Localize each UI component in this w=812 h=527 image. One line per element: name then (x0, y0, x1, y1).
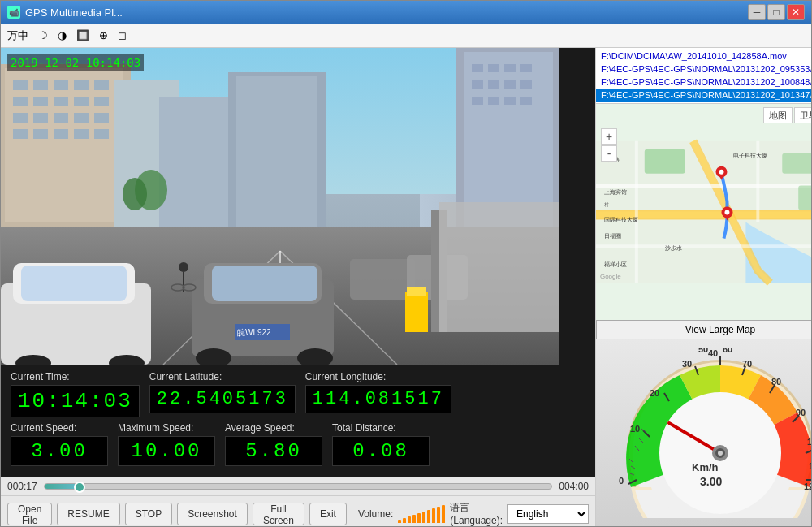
window-title: GPS Multimedia Pl... (25, 6, 748, 19)
svg-text:3.00: 3.00 (700, 475, 722, 488)
svg-rect-36 (520, 80, 532, 89)
toolbar-btn-6[interactable]: ◻ (114, 27, 130, 45)
max-speed-label: Maximum Speed: (118, 422, 215, 434)
svg-rect-78 (798, 186, 811, 210)
progress-track[interactable] (44, 483, 553, 490)
svg-rect-37 (472, 97, 483, 105)
svg-rect-35 (504, 80, 516, 89)
svg-rect-18 (13, 129, 28, 139)
svg-rect-34 (488, 80, 499, 89)
current-lat-item: Current Latitude: 22.5405173 (149, 371, 296, 417)
svg-text:Km/h: Km/h (692, 461, 719, 473)
vol-bar-7 (427, 510, 430, 523)
total-dist-item: Total Distance: 0.08 (332, 422, 430, 466)
svg-rect-17 (94, 113, 109, 123)
vol-bar-2 (403, 518, 406, 523)
svg-rect-21 (74, 129, 89, 139)
svg-rect-77 (782, 153, 811, 174)
current-speed-display: 3.00 (11, 436, 108, 466)
vol-bar-1 (398, 520, 401, 523)
svg-point-81 (719, 170, 724, 175)
current-time-label: Current Time: (11, 371, 140, 382)
svg-rect-39 (504, 97, 516, 105)
toolbar-btn-3[interactable]: ◑ (54, 27, 70, 45)
current-lon-item: Current Longitude: 114.081517 (305, 371, 451, 417)
zoom-out-button[interactable]: - (601, 145, 617, 162)
timeline-area: 000:17 004:00 (1, 477, 595, 495)
speedometer-area: 0 10 20 30 40 50 60 (596, 339, 811, 526)
svg-text:国际科技大厦: 国际科技大厦 (604, 217, 638, 223)
vol-bar-4 (412, 515, 416, 523)
svg-text:皖WL922: 皖WL922 (237, 328, 271, 337)
scene-svg: 皖WL922 (1, 48, 559, 365)
avg-speed-display: 5.80 (225, 436, 322, 466)
maximize-button[interactable]: □ (767, 4, 785, 20)
file-list: F:\DCIM\DCIMA\AW_20141010_142858A.mov F:… (596, 48, 811, 104)
main-window: 📹 GPS Multimedia Pl... ─ □ ✕ 万中 ☽ ◑ 🔲 ⊕ … (0, 0, 812, 527)
toolbar-btn-4[interactable]: 🔲 (73, 27, 93, 45)
total-dist-label: Total Distance: (332, 422, 430, 434)
map-type-bar: 地图 卫星图像 (763, 107, 811, 123)
svg-text:90: 90 (796, 408, 806, 417)
vol-bar-5 (417, 513, 421, 523)
svg-text:上海宾馆: 上海宾馆 (604, 189, 627, 196)
file-item-2[interactable]: F:\4EC-GPS\4EC-GPS\NORMAL\20131202_09535… (596, 63, 811, 76)
map-svg: 兴兴路 电子科技大厦 上海宾馆 国际科技大厦 日福圈 沙步水 福祥小区 村 Go… (596, 104, 811, 320)
screenshot-button[interactable]: Screenshot (177, 503, 248, 525)
main-content: 皖WL922 (1, 48, 811, 526)
file-item-4[interactable]: F:\4EC-GPS\4EC-GPS\NORMAL\20131202_10134… (596, 89, 811, 102)
total-dist-display: 0.08 (332, 436, 430, 466)
svg-rect-7 (94, 80, 109, 90)
map-area: 地图 卫星图像 + - (596, 104, 811, 320)
current-time-display: 10:14:03 (11, 385, 140, 417)
svg-rect-5 (54, 80, 68, 90)
full-screen-button[interactable]: Full Screen (253, 503, 304, 525)
svg-rect-11 (74, 97, 89, 106)
toolbar-btn-2[interactable]: ☽ (35, 27, 51, 45)
svg-text:Google: Google (600, 273, 621, 280)
toolbar-btn-5[interactable]: ⊕ (96, 27, 111, 45)
map-type-map[interactable]: 地图 (763, 107, 793, 123)
window-icon: 📹 (7, 6, 20, 19)
svg-rect-62 (407, 287, 426, 296)
view-large-map-button[interactable]: View Large Map (596, 320, 811, 339)
svg-text:0: 0 (619, 476, 624, 486)
progress-thumb[interactable] (74, 482, 85, 493)
svg-text:福祥小区: 福祥小区 (604, 261, 627, 267)
minimize-button[interactable]: ─ (748, 4, 766, 20)
vol-bar-9 (437, 507, 440, 523)
resume-button[interactable]: RESUME (57, 503, 119, 525)
svg-rect-4 (33, 80, 48, 90)
svg-rect-3 (13, 80, 28, 90)
video-area: 皖WL922 (1, 48, 559, 365)
svg-point-84 (724, 210, 729, 215)
current-time-item: Current Time: 10:14:03 (11, 371, 140, 417)
svg-text:电子科技大厦: 电子科技大厦 (733, 153, 767, 159)
toolbar-btn-1[interactable]: 万中 (4, 27, 32, 45)
language-select[interactable]: English 中文 日本語 (508, 504, 589, 524)
stop-button[interactable]: STOP (125, 503, 172, 525)
close-button[interactable]: ✕ (787, 4, 805, 20)
timeline-start: 000:17 (7, 481, 37, 492)
zoom-in-button[interactable]: + (601, 128, 617, 145)
file-item-1[interactable]: F:\DCIM\DCIMA\AW_20141010_142858A.mov (596, 50, 811, 63)
exit-button[interactable]: Exit (309, 503, 347, 525)
svg-rect-30 (488, 64, 499, 72)
avg-speed-item: Average Speed: 5.80 (225, 422, 322, 466)
vol-bar-6 (422, 512, 425, 523)
window-controls: ─ □ ✕ (748, 4, 805, 20)
svg-text:30: 30 (682, 359, 692, 369)
open-file-button[interactable]: Open File (7, 503, 52, 525)
svg-rect-20 (54, 129, 68, 139)
svg-text:20: 20 (650, 388, 659, 398)
svg-rect-22 (94, 129, 109, 139)
svg-text:日福圈: 日福圈 (604, 233, 621, 239)
vol-bar-8 (432, 508, 435, 523)
map-type-satellite[interactable]: 卫星图像 (794, 107, 811, 123)
file-item-3[interactable]: F:\4EC-GPS\4EC-GPS\NORMAL\20131202_10084… (596, 76, 811, 89)
right-panel: F:\DCIM\DCIMA\AW_20141010_142858A.mov F:… (595, 48, 811, 526)
avg-speed-label: Average Speed: (225, 422, 322, 434)
svg-rect-9 (33, 97, 48, 106)
svg-point-130 (718, 451, 723, 456)
max-speed-item: Maximum Speed: 10.00 (118, 422, 215, 466)
